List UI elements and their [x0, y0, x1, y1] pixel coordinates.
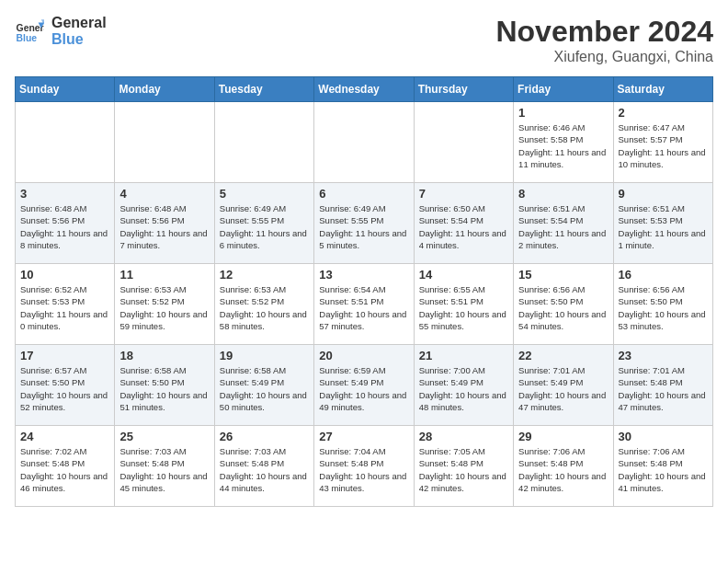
day-info: Sunrise: 6:57 AM Sunset: 5:50 PM Dayligh…	[20, 364, 109, 413]
calendar-cell: 8Sunrise: 6:51 AM Sunset: 5:54 PM Daylig…	[514, 183, 613, 264]
day-info: Sunrise: 7:04 AM Sunset: 5:48 PM Dayligh…	[319, 445, 408, 494]
calendar-cell	[16, 102, 115, 183]
day-number: 30	[619, 430, 708, 443]
day-number: 8	[518, 187, 608, 201]
day-info: Sunrise: 7:01 AM Sunset: 5:49 PM Dayligh…	[518, 364, 608, 413]
week-row-4: 24Sunrise: 7:02 AM Sunset: 5:48 PM Dayli…	[16, 426, 713, 507]
day-number: 14	[419, 268, 508, 282]
calendar-cell: 25Sunrise: 7:03 AM Sunset: 5:48 PM Dayli…	[115, 426, 214, 507]
day-info: Sunrise: 7:00 AM Sunset: 5:49 PM Dayligh…	[419, 364, 508, 413]
calendar-cell: 20Sunrise: 6:59 AM Sunset: 5:49 PM Dayli…	[314, 345, 414, 426]
logo: General Blue General Blue	[15, 15, 107, 47]
page-header: General Blue General Blue November 2024 …	[15, 15, 713, 65]
day-number: 23	[619, 349, 708, 362]
calendar-table: SundayMondayTuesdayWednesdayThursdayFrid…	[15, 76, 713, 507]
week-row-3: 17Sunrise: 6:57 AM Sunset: 5:50 PM Dayli…	[16, 345, 713, 426]
day-info: Sunrise: 6:47 AM Sunset: 5:57 PM Dayligh…	[619, 121, 708, 170]
calendar-cell: 9Sunrise: 6:51 AM Sunset: 5:53 PM Daylig…	[613, 183, 712, 264]
day-info: Sunrise: 6:46 AM Sunset: 5:58 PM Dayligh…	[518, 121, 608, 170]
day-info: Sunrise: 6:51 AM Sunset: 5:54 PM Dayligh…	[518, 202, 608, 251]
calendar-cell: 24Sunrise: 7:02 AM Sunset: 5:48 PM Dayli…	[16, 426, 115, 507]
day-info: Sunrise: 7:01 AM Sunset: 5:48 PM Dayligh…	[619, 364, 708, 413]
svg-text:Blue: Blue	[17, 33, 38, 43]
day-info: Sunrise: 7:06 AM Sunset: 5:48 PM Dayligh…	[619, 445, 708, 494]
calendar-cell	[214, 102, 313, 183]
calendar-cell: 23Sunrise: 7:01 AM Sunset: 5:48 PM Dayli…	[613, 345, 712, 426]
calendar-cell: 7Sunrise: 6:50 AM Sunset: 5:54 PM Daylig…	[414, 183, 513, 264]
day-number: 28	[419, 430, 508, 443]
header-tuesday: Tuesday	[214, 77, 313, 102]
day-info: Sunrise: 7:02 AM Sunset: 5:48 PM Dayligh…	[20, 445, 109, 494]
calendar-header: SundayMondayTuesdayWednesdayThursdayFrid…	[16, 77, 713, 102]
calendar-cell: 28Sunrise: 7:05 AM Sunset: 5:48 PM Dayli…	[414, 426, 513, 507]
day-number: 7	[419, 187, 508, 201]
day-number: 13	[319, 268, 408, 282]
calendar-cell: 30Sunrise: 7:06 AM Sunset: 5:48 PM Dayli…	[613, 426, 712, 507]
calendar-cell	[314, 102, 414, 183]
header-thursday: Thursday	[414, 77, 513, 102]
calendar-cell	[414, 102, 513, 183]
calendar-cell: 16Sunrise: 6:56 AM Sunset: 5:50 PM Dayli…	[613, 264, 712, 345]
day-number: 11	[119, 268, 209, 282]
calendar-cell	[115, 102, 214, 183]
day-number: 15	[518, 268, 608, 282]
day-info: Sunrise: 6:53 AM Sunset: 5:52 PM Dayligh…	[119, 283, 209, 332]
day-info: Sunrise: 6:48 AM Sunset: 5:56 PM Dayligh…	[119, 202, 209, 251]
day-number: 27	[319, 430, 408, 443]
day-info: Sunrise: 6:49 AM Sunset: 5:55 PM Dayligh…	[319, 202, 408, 251]
day-info: Sunrise: 6:51 AM Sunset: 5:53 PM Dayligh…	[619, 202, 708, 251]
week-row-1: 3Sunrise: 6:48 AM Sunset: 5:56 PM Daylig…	[16, 183, 713, 264]
location: Xiufeng, Guangxi, China	[495, 49, 713, 65]
day-number: 12	[220, 268, 309, 282]
day-info: Sunrise: 6:49 AM Sunset: 5:55 PM Dayligh…	[220, 202, 309, 251]
calendar-cell: 12Sunrise: 6:53 AM Sunset: 5:52 PM Dayli…	[214, 264, 313, 345]
day-info: Sunrise: 7:05 AM Sunset: 5:48 PM Dayligh…	[419, 445, 508, 494]
week-row-0: 1Sunrise: 6:46 AM Sunset: 5:58 PM Daylig…	[16, 102, 713, 183]
calendar-cell: 14Sunrise: 6:55 AM Sunset: 5:51 PM Dayli…	[414, 264, 513, 345]
header-row: SundayMondayTuesdayWednesdayThursdayFrid…	[16, 77, 713, 102]
logo-line1: General	[51, 15, 107, 31]
day-number: 25	[119, 430, 209, 443]
day-info: Sunrise: 7:06 AM Sunset: 5:48 PM Dayligh…	[518, 445, 608, 494]
day-number: 6	[319, 187, 408, 201]
logo-line2: Blue	[51, 31, 107, 48]
day-number: 18	[119, 349, 209, 362]
day-info: Sunrise: 6:58 AM Sunset: 5:49 PM Dayligh…	[220, 364, 309, 413]
day-info: Sunrise: 6:58 AM Sunset: 5:50 PM Dayligh…	[119, 364, 209, 413]
day-info: Sunrise: 6:50 AM Sunset: 5:54 PM Dayligh…	[419, 202, 508, 251]
calendar-cell: 15Sunrise: 6:56 AM Sunset: 5:50 PM Dayli…	[514, 264, 613, 345]
calendar-cell: 4Sunrise: 6:48 AM Sunset: 5:56 PM Daylig…	[115, 183, 214, 264]
day-info: Sunrise: 7:03 AM Sunset: 5:48 PM Dayligh…	[119, 445, 209, 494]
day-info: Sunrise: 6:53 AM Sunset: 5:52 PM Dayligh…	[220, 283, 309, 332]
calendar-cell: 21Sunrise: 7:00 AM Sunset: 5:49 PM Dayli…	[414, 345, 513, 426]
calendar-cell: 22Sunrise: 7:01 AM Sunset: 5:49 PM Dayli…	[514, 345, 613, 426]
calendar-cell: 17Sunrise: 6:57 AM Sunset: 5:50 PM Dayli…	[16, 345, 115, 426]
calendar-cell: 18Sunrise: 6:58 AM Sunset: 5:50 PM Dayli…	[115, 345, 214, 426]
day-number: 17	[20, 349, 109, 362]
day-number: 20	[319, 349, 408, 362]
calendar-cell: 11Sunrise: 6:53 AM Sunset: 5:52 PM Dayli…	[115, 264, 214, 345]
day-number: 21	[419, 349, 508, 362]
calendar-cell: 26Sunrise: 7:03 AM Sunset: 5:48 PM Dayli…	[214, 426, 313, 507]
day-number: 29	[518, 430, 608, 443]
day-number: 22	[518, 349, 608, 362]
day-number: 5	[220, 187, 309, 201]
calendar-cell: 13Sunrise: 6:54 AM Sunset: 5:51 PM Dayli…	[314, 264, 414, 345]
day-number: 16	[619, 268, 708, 282]
day-info: Sunrise: 6:55 AM Sunset: 5:51 PM Dayligh…	[419, 283, 508, 332]
calendar-cell: 1Sunrise: 6:46 AM Sunset: 5:58 PM Daylig…	[514, 102, 613, 183]
calendar-cell: 6Sunrise: 6:49 AM Sunset: 5:55 PM Daylig…	[314, 183, 414, 264]
header-sunday: Sunday	[16, 77, 115, 102]
day-number: 2	[619, 106, 708, 120]
day-info: Sunrise: 6:56 AM Sunset: 5:50 PM Dayligh…	[518, 283, 608, 332]
header-friday: Friday	[514, 77, 613, 102]
day-info: Sunrise: 7:03 AM Sunset: 5:48 PM Dayligh…	[220, 445, 309, 494]
header-saturday: Saturday	[613, 77, 712, 102]
day-number: 19	[220, 349, 309, 362]
calendar-cell: 2Sunrise: 6:47 AM Sunset: 5:57 PM Daylig…	[613, 102, 712, 183]
header-wednesday: Wednesday	[314, 77, 414, 102]
logo-icon: General Blue	[15, 17, 44, 46]
day-info: Sunrise: 6:59 AM Sunset: 5:49 PM Dayligh…	[319, 364, 408, 413]
day-number: 4	[119, 187, 209, 201]
calendar-cell: 29Sunrise: 7:06 AM Sunset: 5:48 PM Dayli…	[514, 426, 613, 507]
